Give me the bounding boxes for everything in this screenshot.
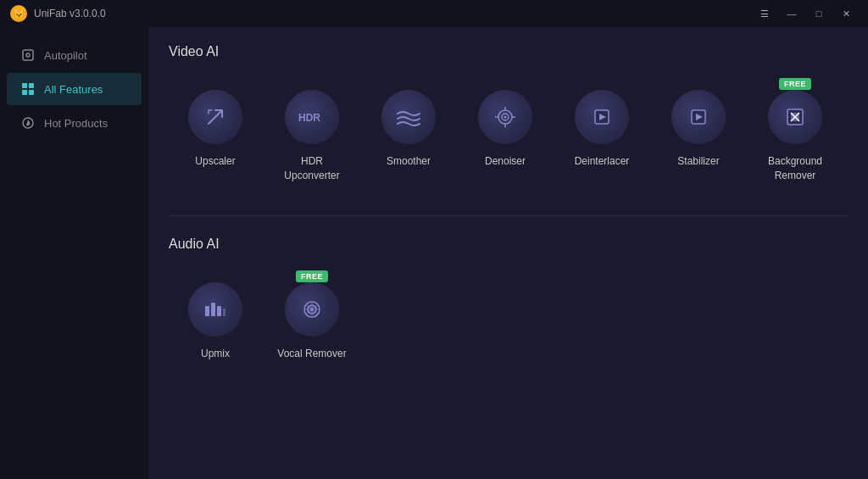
app-title: UniFab v3.0.0.0 [34,8,106,19]
content-area: Video AI Upscaler HDR H [148,27,868,479]
section-divider [169,215,848,216]
hdr-upconverter-label: HDR Upconverter [272,154,352,183]
smoother-icon-wrap [381,90,436,144]
app-icon: 🐱 [10,5,27,22]
svg-rect-5 [29,90,34,95]
svg-rect-24 [211,303,215,316]
feature-card-deinterlacer[interactable]: Deinterlacer [555,76,648,195]
sidebar-item-autopilot[interactable]: Autopilot [7,39,142,71]
menu-button[interactable]: ☰ [753,4,776,23]
video-ai-title: Video AI [169,44,848,59]
vocal-remover-icon-wrap [285,282,339,337]
feature-card-vocal-remover[interactable]: FREE Vocal Remover [265,269,359,373]
feature-card-denoiser[interactable]: Denoiser [459,76,552,195]
svg-rect-4 [22,90,27,95]
bg-remover-icon-wrap [768,90,822,144]
feature-card-upscaler[interactable]: Upscaler [169,76,262,195]
svg-rect-26 [223,309,225,316]
upscaler-label: Upscaler [195,154,235,169]
feature-card-smoother[interactable]: Smoother [362,76,455,195]
smoother-label: Smoother [387,154,431,169]
hdr-icon-wrap: HDR [285,90,339,144]
sidebar-autopilot-label: Autopilot [44,49,87,62]
sidebar: Autopilot All Features Hot Products [0,27,148,479]
svg-point-10 [504,116,507,119]
feature-card-stabilizer[interactable]: Stabilizer [652,76,745,195]
vocal-remover-label: Vocal Remover [277,347,346,361]
svg-rect-0 [23,50,33,60]
window-controls: ☰ — □ ✕ [753,4,858,23]
main-layout: Autopilot All Features Hot Products [0,27,868,479]
bg-remover-label: BackgroundRemover [768,154,822,183]
upmix-label: Upmix [201,347,230,361]
deinterlacer-label: Deinterlacer [575,154,630,169]
feature-card-bg-remover[interactable]: FREE BackgroundRemover [748,76,842,195]
denoiser-label: Denoiser [485,154,526,169]
svg-rect-25 [217,306,221,316]
fire-icon [20,115,36,131]
maximize-button[interactable]: □ [807,4,831,23]
svg-rect-23 [205,306,209,316]
grid-icon [20,81,36,97]
sidebar-item-hot-products[interactable]: Hot Products [7,107,142,139]
svg-text:HDR: HDR [298,112,320,124]
vocal-remover-free-badge: FREE [296,270,328,282]
sidebar-hot-products-label: Hot Products [44,117,108,130]
close-button[interactable]: ✕ [834,4,858,23]
svg-rect-3 [29,83,34,88]
svg-rect-2 [22,83,27,88]
stabilizer-label: Stabilizer [677,154,719,169]
denoiser-icon-wrap [478,90,532,144]
stabilizer-icon-wrap [671,90,726,144]
upscaler-icon-wrap [188,90,242,144]
bg-remover-free-badge: FREE [779,78,811,90]
autopilot-icon [20,47,36,63]
audio-ai-features-grid: Upmix FREE Vocal Remover [169,269,848,373]
audio-ai-title: Audio AI [169,237,848,252]
sidebar-all-features-label: All Features [44,83,103,96]
video-ai-features-grid: Upscaler HDR HDR Upconverter [169,76,848,195]
title-bar: 🐱 UniFab v3.0.0.0 ☰ — □ ✕ [0,0,868,27]
upmix-icon-wrap [188,282,242,337]
deinterlacer-icon-wrap [575,90,629,144]
sidebar-item-all-features[interactable]: All Features [7,73,142,105]
svg-point-1 [26,53,30,57]
title-bar-left: 🐱 UniFab v3.0.0.0 [10,5,106,22]
feature-card-hdr-upconverter[interactable]: HDR HDR Upconverter [265,76,359,195]
feature-card-upmix[interactable]: Upmix [169,269,262,373]
minimize-button[interactable]: — [780,4,804,23]
